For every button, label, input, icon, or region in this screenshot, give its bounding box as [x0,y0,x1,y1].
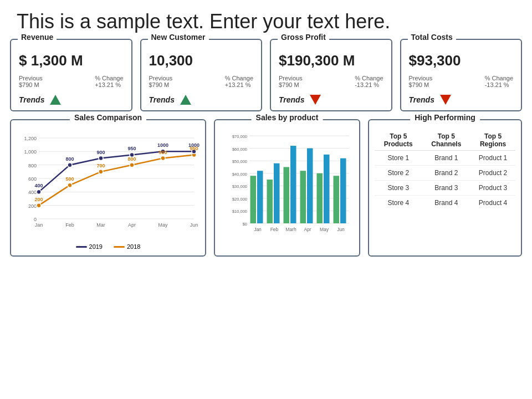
svg-point-23 [130,163,134,167]
kpi-sub-row: Previous $790 M % Change +13.21 % [141,73,262,90]
kpi-card-revenue: Revenue $ 1,300 M Previous $790 M % Chan… [10,39,132,111]
trend-up-icon [50,95,61,105]
kpi-trends: Trends [271,90,391,105]
svg-text:Apr: Apr [304,227,311,232]
kpi-previous: Previous $790 M [149,75,173,88]
list-item: Product 2 [470,166,515,181]
kpi-sub-row: Previous $790 M % Change +13.21 % [11,73,131,90]
svg-text:400: 400 [34,183,43,188]
svg-text:900: 900 [158,150,167,155]
dashboard: Revenue $ 1,300 M Previous $790 M % Chan… [0,39,532,257]
svg-point-26 [37,190,41,194]
svg-point-20 [37,203,41,208]
svg-text:700: 700 [96,163,105,168]
svg-text:Apr: Apr [128,222,136,228]
list-item: Store 4 [375,196,422,211]
svg-text:800: 800 [127,156,136,162]
kpi-title: Revenue [18,33,57,42]
line-chart: 02004006008001,0001,200JanFebMarAprMayJu… [17,130,200,241]
kpi-trends: Trends [141,90,262,105]
kpi-change: % Change +13.21 % [225,75,253,88]
svg-text:$10,000: $10,000 [232,209,247,214]
svg-rect-75 [334,176,340,223]
svg-text:$70,000: $70,000 [232,134,247,139]
list-item: Store 3 [375,181,422,196]
legend-2018-dot [114,246,125,248]
sales-product-card: Sales by product $0$10,000$20,000$30,000… [214,119,360,257]
table-row: Store 2Brand 2Product 2 [375,166,515,181]
kpi-trends: Trends [401,90,521,105]
bottom-row: Sales Comparison 02004006008001,0001,200… [10,119,522,257]
svg-point-22 [99,170,103,174]
kpi-card-gross-profit: Gross Profit $190,300 M Previous $790 M … [270,39,392,111]
svg-rect-73 [324,155,330,223]
list-item: Product 3 [470,181,515,196]
table-row: Store 1Brand 1Product 1 [375,151,515,166]
line-chart-svg: 02004006008001,0001,200JanFebMarAprMayJu… [17,130,200,241]
svg-text:$30,000: $30,000 [232,184,247,189]
svg-text:$60,000: $60,000 [232,147,247,152]
kpi-change: % Change -13.21 % [355,75,383,88]
col1-header: Top 5 Products [375,130,422,151]
kpi-previous: Previous $790 M [409,75,433,88]
svg-text:500: 500 [65,176,74,182]
high-performing-table: Top 5 Products Top 5 Channels Top 5 Regi… [375,130,515,210]
svg-rect-64 [274,163,280,223]
svg-text:200: 200 [28,203,37,209]
svg-text:Jun: Jun [190,222,198,228]
svg-text:400: 400 [28,190,37,195]
svg-rect-67 [290,146,296,223]
trends-label: Trends [279,95,304,104]
col3-header: Top 5 Regions [470,130,515,151]
kpi-title: Total Costs [408,33,456,42]
col2-header: Top 5 Channels [422,130,471,151]
kpi-change: % Change -13.21 % [485,75,513,88]
svg-text:$40,000: $40,000 [232,172,247,177]
svg-text:$20,000: $20,000 [232,197,247,202]
svg-point-21 [68,183,72,187]
bar-chart: $0$10,000$20,000$30,000$40,000$50,000$60… [221,130,354,241]
kpi-sub-row: Previous $790 M % Change -13.21 % [401,73,521,90]
kpi-card-new-customer: New Customer 10,300 Previous $790 M % Ch… [140,39,263,111]
kpi-title: New Customer [148,33,209,42]
kpi-value: $ 1,300 M [11,40,131,73]
legend-2019-label: 2019 [89,243,103,250]
svg-rect-66 [284,167,290,223]
list-item: Brand 2 [422,166,471,181]
high-performing-card: High Performing Top 5 Products Top 5 Cha… [368,119,522,257]
sales-product-title: Sales by product [252,113,323,122]
trends-label: Trends [149,95,175,104]
svg-text:Jan: Jan [254,227,262,232]
list-item: Store 1 [375,151,422,166]
table-row: Store 3Brand 3Product 3 [375,181,515,196]
list-item: Store 2 [375,166,422,181]
list-item: Product 1 [470,151,515,166]
kpi-value: $190,300 M [271,40,391,73]
svg-text:Feb: Feb [65,222,74,228]
kpi-title: Gross Profit [278,33,329,42]
kpi-sub-row: Previous $790 M % Change -13.21 % [271,73,391,90]
trends-label: Trends [409,95,434,104]
legend-2018: 2018 [114,243,140,250]
svg-text:950: 950 [190,146,198,151]
svg-text:Jan: Jan [35,222,43,228]
svg-rect-72 [317,173,323,223]
svg-text:$0: $0 [243,222,247,227]
svg-point-28 [99,156,103,161]
svg-text:Marh: Marh [285,227,296,232]
svg-text:800: 800 [28,163,37,168]
svg-text:1,200: 1,200 [24,136,37,141]
svg-rect-61 [257,171,263,223]
trend-down-icon [310,95,321,105]
svg-rect-70 [307,149,313,223]
svg-text:900: 900 [96,150,105,155]
svg-text:1,000: 1,000 [24,149,37,155]
svg-text:May: May [158,222,168,228]
svg-rect-69 [300,171,306,223]
svg-text:Jun: Jun [337,227,345,232]
table-row: Store 4Brand 4Product 4 [375,196,515,211]
bar-chart-svg: $0$10,000$20,000$30,000$40,000$50,000$60… [221,130,354,241]
svg-text:$50,000: $50,000 [232,159,247,164]
list-item: Brand 4 [422,196,471,211]
high-performing-title: High Performing [410,113,480,122]
